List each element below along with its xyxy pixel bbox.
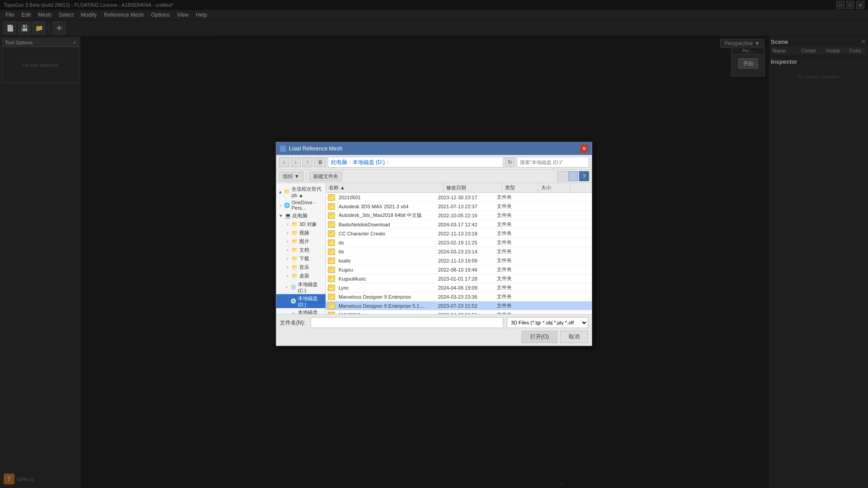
cancel-button[interactable]: 取消 <box>560 331 588 343</box>
file-name: MAX2018 <box>337 312 362 314</box>
organize-button[interactable]: 组织 ▼ <box>279 172 303 181</box>
tree-item-onedrive[interactable]: › 🌐 OneDrive - Pers... <box>276 199 326 211</box>
file-name: Autodesk 3DS MAX 2021.3 x64 <box>337 204 410 209</box>
organize-label: 组织 ▼ <box>283 173 299 180</box>
file-date: 2023-02-19 11:25 <box>436 240 495 245</box>
tree-item-drive-c[interactable]: › 💿 本地磁盘 (C:) <box>276 280 326 294</box>
file-row[interactable]: 📁 Autodesk 3DS MAX 2021.3 x64 2021-07-13… <box>326 202 592 211</box>
file-row[interactable]: 📁 Lyric 2024-04-06 19:09 文件夹 <box>326 283 592 292</box>
file-name: Kugou <box>337 267 355 272</box>
tree-item-label: 此电脑 <box>292 212 307 219</box>
tree-item-music[interactable]: › 📁 音乐 <box>276 263 326 272</box>
tree-item-documents[interactable]: › 📁 文档 <box>276 246 326 254</box>
dialog-nav: ‹ › ↑ 🖥 此电脑 › 本地磁盘 (D:) › ↻ <box>276 155 592 170</box>
file-type: 文件夹 <box>495 203 531 210</box>
file-name: hh <box>337 249 346 254</box>
toolbar-separator <box>306 173 307 180</box>
file-row[interactable]: 📁 ds 2023-02-19 11:25 文件夹 <box>326 238 592 247</box>
file-row[interactable]: 📁 Marvelous Designer 9 Enterprise 2024-0… <box>326 292 592 301</box>
file-folder-icon: 📁 <box>328 267 335 273</box>
refresh-button[interactable]: ↻ <box>505 157 515 167</box>
col-header-size[interactable]: 大小 <box>538 183 570 192</box>
file-row[interactable]: 📁 ksafe 2022-11-13 19:09 文件夹 <box>326 256 592 265</box>
file-folder-icon: 📁 <box>328 276 335 282</box>
tree-item-label: 本地磁盘 (E:) <box>298 309 324 314</box>
col-header-name[interactable]: 名称 ▲ <box>326 183 443 192</box>
file-type: 文件夹 <box>495 311 531 314</box>
breadcrumb-computer[interactable]: 此电脑 <box>331 159 347 166</box>
tree-item-label: 3D 对象 <box>299 221 317 228</box>
file-row[interactable]: 📁 20210501 2023-12-30 23:17 文件夹 <box>326 193 592 202</box>
tree-toggle: ▼ <box>278 213 283 218</box>
tree-toggle: › <box>285 248 290 253</box>
breadcrumb-disk[interactable]: 本地磁盘 (D:) <box>353 159 385 166</box>
file-folder-icon: 📁 <box>328 239 335 246</box>
file-name: BaiduNetdiskDownload <box>337 222 392 227</box>
filetype-select[interactable]: 3D Files (*.tgr *.obj *.ply *.off <box>507 317 588 328</box>
tree-item-label: 图片 <box>299 238 309 245</box>
file-row[interactable]: 📁 Kugou 2022-08-10 19:46 文件夹 <box>326 265 592 274</box>
tree-item-computer[interactable]: ▼ 💻 此电脑 <box>276 211 326 220</box>
tree-toggle: › <box>285 273 290 278</box>
col-header-date[interactable]: 修改日期 <box>443 183 502 192</box>
file-row[interactable]: 📁 BaiduNetdiskDownload 2024-03-17 12:42 … <box>326 220 592 229</box>
file-rows-container: 📁 20210501 2023-12-30 23:17 文件夹 📁 Autode… <box>326 193 592 314</box>
tree-item-3dobjects[interactable]: › 📁 3D 对象 <box>276 220 326 229</box>
file-date: 2023-01-01 17:28 <box>436 276 495 282</box>
tree-item-downloads[interactable]: › 📁 下载 <box>276 254 326 263</box>
search-input[interactable] <box>517 157 589 168</box>
file-name: Marvelous Designer 9 Enterprise 5.1.... <box>337 303 427 309</box>
file-folder-icon: 📁 <box>328 285 335 291</box>
col-header-type[interactable]: 类型 <box>502 183 538 192</box>
dialog-tree[interactable]: ▲ 📁 全流程次世代pb ▲ › 🌐 OneDrive - Pers... ▼ … <box>276 183 326 314</box>
help-button[interactable]: ? <box>579 171 589 181</box>
tree-drive-icon: 💿 <box>290 284 297 290</box>
tree-folder-icon: 📁 <box>292 230 298 236</box>
tree-item-label: 桌面 <box>299 272 309 279</box>
tree-toggle: › <box>285 265 290 270</box>
tree-toggle: › <box>285 239 290 244</box>
nav-back-button[interactable]: ‹ <box>279 157 289 167</box>
tree-item-drive-e[interactable]: › 💿 本地磁盘 (E:) <box>276 308 326 314</box>
file-folder-icon: 📁 <box>328 312 335 314</box>
tree-item-label: 音乐 <box>299 264 309 271</box>
tree-item-videos[interactable]: › 📁 视频 <box>276 229 326 237</box>
file-date: 2022-11-13 23:18 <box>436 231 495 236</box>
dialog-buttons: 打开(O) 取消 <box>280 331 588 343</box>
dialog-titlebar: Load Reference Mesh ✕ <box>276 142 592 155</box>
file-name: 20210501 <box>337 195 363 200</box>
file-row[interactable]: 📁 Marvelous Designer 9 Enterprise 5.1...… <box>326 301 592 310</box>
file-date: 2024-03-23 23:36 <box>436 294 495 300</box>
file-folder-icon: 📁 <box>328 194 335 201</box>
tree-item-drive-d[interactable]: ▼ 💿 本地磁盘 (D:) <box>276 294 326 308</box>
new-folder-button[interactable]: 新建文件夹 <box>309 172 342 181</box>
nav-computer-button[interactable]: 🖥 <box>314 157 326 167</box>
file-row[interactable]: 📁 MAX2018 2023-04-02 21:51 文件夹 <box>326 310 592 314</box>
filename-row: 文件名(N): 3D Files (*.tgr *.obj *.ply *.of… <box>280 317 588 328</box>
detail-view-button[interactable]: ▦ <box>568 171 578 181</box>
file-row[interactable]: 📁 CC Character Creato 2022-11-13 23:18 文… <box>326 229 592 238</box>
file-folder-icon: 📁 <box>328 230 335 237</box>
tree-item-label: OneDrive - Pers... <box>292 200 324 211</box>
file-name: CC Character Creato <box>337 231 387 236</box>
tree-item-label: 视频 <box>299 230 309 236</box>
file-type: 文件夹 <box>495 275 531 282</box>
nav-forward-button[interactable]: › <box>291 157 301 167</box>
tree-item-pictures[interactable]: › 📁 图片 <box>276 237 326 246</box>
dialog-close-button[interactable]: ✕ <box>580 145 588 153</box>
file-row[interactable]: 📁 KugouMusic 2023-01-01 17:28 文件夹 <box>326 274 592 283</box>
file-folder-icon: 📁 <box>328 294 335 300</box>
filename-input[interactable] <box>311 317 503 328</box>
tree-item-quickaccess[interactable]: ▲ 📁 全流程次世代pb ▲ <box>276 185 326 199</box>
file-row[interactable]: 📁 hh 2024-03-23 23:14 文件夹 <box>326 247 592 256</box>
open-button[interactable]: 打开(O) <box>522 331 557 343</box>
file-row[interactable]: 📁 Autodesk_3ds_Max2018 64bit 中文版 2022-10… <box>326 211 592 220</box>
dialog-footer: 文件名(N): 3D Files (*.tgr *.obj *.ply *.of… <box>276 314 592 346</box>
file-folder-icon: 📁 <box>328 212 335 219</box>
list-view-button[interactable]: ≡ <box>557 171 567 181</box>
file-name: Lyric <box>337 285 351 291</box>
nav-up-button[interactable]: ↑ <box>302 157 312 167</box>
file-dialog: Load Reference Mesh ✕ ‹ › ↑ 🖥 此电脑 › 本地磁盘… <box>276 142 592 346</box>
dialog-filelist[interactable]: 名称 ▲ 修改日期 类型 大小 📁 20210501 2023-12-30 23… <box>326 183 592 314</box>
tree-item-desktop[interactable]: › 📁 桌面 <box>276 272 326 280</box>
